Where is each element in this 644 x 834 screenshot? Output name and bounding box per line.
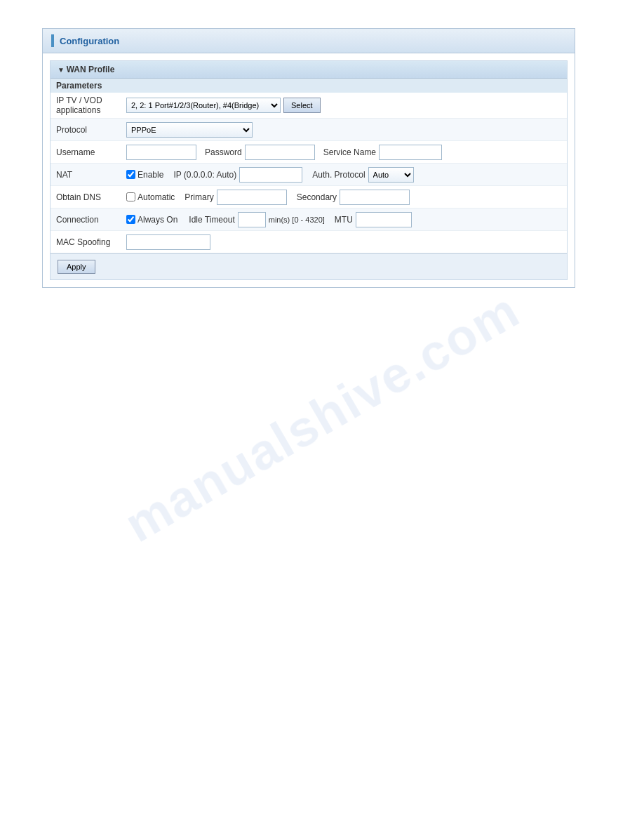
nat-enable-label[interactable]: Enable — [126, 170, 163, 180]
idle-timeout-hint: min(s) [0 - 4320] — [269, 216, 325, 224]
params-header-row: Parameters — [51, 79, 567, 93]
ip-tv-vod-row: IP TV / VOD applications 2, 2: 1 Port#1/… — [51, 93, 567, 119]
obtain-dns-checkbox-label: Automatic — [137, 192, 175, 202]
watermark: manualshive.com — [115, 281, 529, 553]
password-input[interactable] — [245, 145, 315, 160]
nat-checkbox-label: Enable — [137, 170, 163, 180]
ip-tv-vod-select-btn[interactable]: Select — [283, 98, 321, 113]
protocol-select[interactable]: PPPoE — [126, 122, 253, 138]
config-panel: Configuration WAN Profile Parameters IP … — [42, 28, 575, 288]
apply-button[interactable]: Apply — [58, 260, 95, 274]
service-name-input[interactable] — [379, 145, 442, 160]
config-header: Configuration — [43, 29, 575, 53]
mac-spoofing-label: MAC Spoofing — [56, 237, 126, 247]
primary-input[interactable]: 168.95.1.1 — [217, 190, 287, 205]
obtain-dns-check-label[interactable]: Automatic — [126, 192, 175, 202]
username-label: Username — [56, 147, 126, 157]
auth-protocol-select[interactable]: Auto — [368, 167, 414, 183]
config-title: Configuration — [60, 36, 119, 46]
username-input[interactable] — [126, 145, 196, 160]
ip-tv-vod-select[interactable]: 2, 2: 1 Port#1/2/3(Router), #4(Bridge) — [126, 98, 281, 113]
nat-label: NAT — [56, 170, 126, 180]
connection-content: Always On Idle Timeout 0 min(s) [0 - 432… — [126, 212, 561, 227]
nat-checkbox[interactable] — [126, 170, 135, 179]
secondary-label: Secondary — [297, 192, 337, 202]
config-header-bar — [51, 34, 54, 47]
ip-input[interactable]: 0.0.0.0 — [239, 167, 302, 183]
params-label: Parameters — [56, 81, 102, 91]
always-on-checkbox[interactable] — [126, 215, 135, 224]
service-name-label: Service Name — [323, 147, 376, 157]
apply-row: Apply — [51, 253, 567, 279]
password-label: Password — [205, 147, 242, 157]
connection-row: Connection Always On Idle Timeout 0 min(… — [51, 208, 567, 231]
mtu-input[interactable]: 1492 — [356, 212, 412, 227]
primary-label: Primary — [185, 192, 213, 202]
ip-label: IP (0.0.0.0: Auto) — [173, 170, 236, 180]
obtain-dns-checkbox[interactable] — [126, 192, 135, 201]
mtu-label: MTU — [335, 215, 353, 225]
always-on-label[interactable]: Always On — [126, 215, 177, 225]
dns-content: Automatic Primary 168.95.1.1 Secondary 1… — [126, 190, 561, 205]
secondary-input[interactable]: 168.95.192.1 — [340, 190, 410, 205]
nat-row: NAT Enable IP (0.0.0.0: Auto) 0.0.0.0 Au… — [51, 164, 567, 186]
dns-row: Obtain DNS Automatic Primary 168.95.1.1 … — [51, 186, 567, 208]
ip-tv-vod-label: IP TV / VOD applications — [56, 95, 126, 115]
connection-label: Connection — [56, 215, 126, 225]
wan-profile-section: WAN Profile Parameters IP TV / VOD appli… — [50, 60, 568, 280]
mac-spoofing-row: MAC Spoofing — [51, 231, 567, 253]
nat-content: Enable IP (0.0.0.0: Auto) 0.0.0.0 Auth. … — [126, 167, 561, 183]
username-content: Password Service Name — [126, 145, 561, 160]
auth-protocol-label: Auth. Protocol — [312, 170, 365, 180]
always-on-text: Always On — [137, 215, 177, 225]
idle-timeout-input[interactable]: 0 — [238, 212, 266, 227]
ip-tv-vod-content: 2, 2: 1 Port#1/2/3(Router), #4(Bridge) S… — [126, 98, 561, 113]
mac-spoofing-input[interactable] — [126, 234, 210, 250]
mac-spoofing-content — [126, 234, 561, 250]
protocol-row: Protocol PPPoE — [51, 119, 567, 141]
protocol-content: PPPoE — [126, 122, 561, 138]
idle-timeout-label: Idle Timeout — [189, 215, 234, 225]
protocol-label: Protocol — [56, 125, 126, 135]
obtain-dns-label: Obtain DNS — [56, 192, 126, 202]
wan-profile-header[interactable]: WAN Profile — [51, 61, 567, 79]
username-password-row: Username Password Service Name — [51, 141, 567, 164]
